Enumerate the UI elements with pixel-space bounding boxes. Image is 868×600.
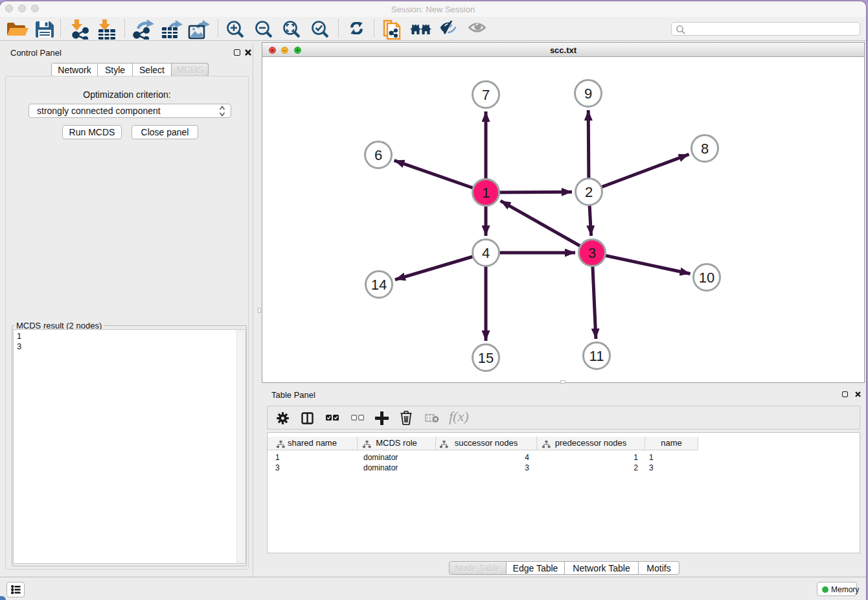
svg-text:8: 8 <box>701 141 709 157</box>
svg-text:11: 11 <box>589 348 604 364</box>
svg-text:15: 15 <box>478 350 494 366</box>
svg-text:9: 9 <box>584 86 592 102</box>
svg-text:6: 6 <box>374 147 382 163</box>
svg-text:4: 4 <box>482 245 490 261</box>
svg-text:1: 1 <box>482 185 490 201</box>
svg-text:7: 7 <box>482 87 490 103</box>
svg-text:14: 14 <box>371 277 387 293</box>
svg-text:3: 3 <box>588 245 596 261</box>
svg-text:10: 10 <box>699 270 714 286</box>
svg-text:2: 2 <box>585 184 593 200</box>
